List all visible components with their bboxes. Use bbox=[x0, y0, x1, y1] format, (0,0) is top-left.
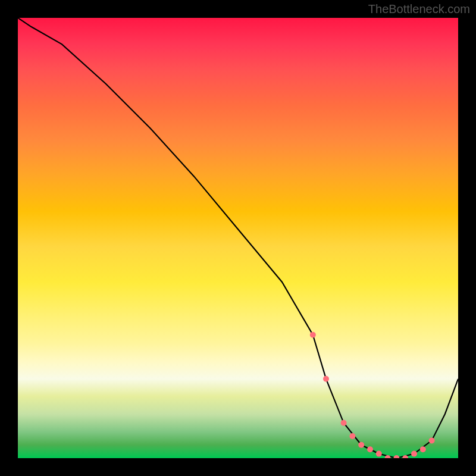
marker-point bbox=[376, 451, 382, 457]
marker-point bbox=[358, 442, 364, 448]
marker-group bbox=[310, 332, 435, 458]
marker-point bbox=[310, 332, 316, 338]
bottleneck-curve bbox=[18, 18, 458, 458]
marker-point bbox=[323, 376, 329, 382]
marker-point bbox=[420, 446, 426, 452]
marker-point bbox=[367, 446, 373, 452]
marker-point bbox=[429, 437, 435, 443]
marker-point bbox=[411, 451, 417, 457]
attribution-text: TheBottleneck.com bbox=[368, 2, 470, 16]
marker-point bbox=[349, 433, 355, 439]
marker-point bbox=[393, 455, 399, 458]
chart-overlay bbox=[18, 18, 458, 458]
marker-point bbox=[341, 420, 347, 426]
plot-area bbox=[18, 18, 458, 458]
